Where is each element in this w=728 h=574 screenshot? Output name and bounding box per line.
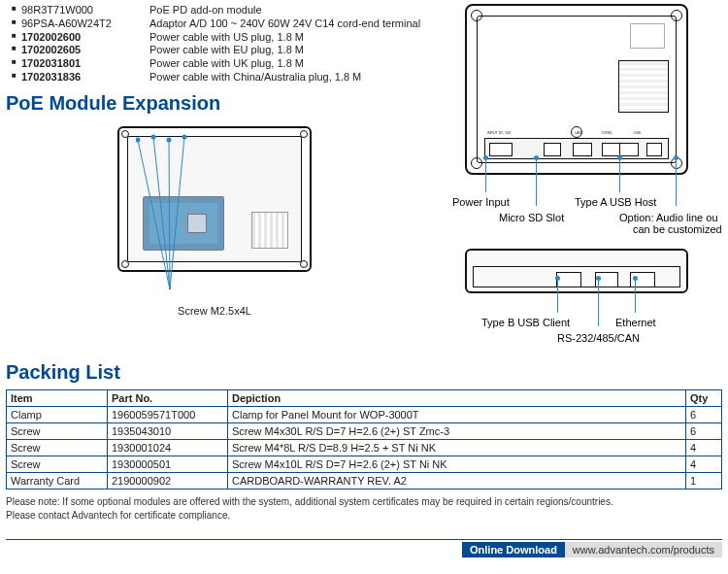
accessory-row: ■1702031836Power cable with China/Austra…: [12, 71, 421, 84]
accessory-list: ■98R3T71W000PoE PD add-on module■96PSA-A…: [6, 4, 421, 84]
table-row: Clamp1960059571T000Clamp for Panel Mount…: [7, 407, 722, 423]
cap-audio-2: can be customized: [633, 223, 722, 235]
accessory-sku: 1702031836: [21, 71, 149, 84]
table-row: Screw1930001024Screw M4*8L R/S D=8.9 H=2…: [7, 440, 722, 456]
cell-qty: 1: [686, 473, 722, 490]
accessory-desc: Power cable with EU plug, 1.8 M: [149, 44, 421, 57]
cap-micro-sd: Micro SD Slot: [499, 212, 564, 223]
th-qty: Qty: [686, 390, 722, 407]
cell-depiction: CARDBOARD-WARRANTY REV. A2: [228, 473, 686, 490]
table-row: Screw1930000501Screw M4x10L R/S D=7 H=2.…: [7, 456, 722, 473]
section-title-packing: Packing List: [6, 361, 722, 384]
th-item: Item: [7, 390, 108, 407]
accessory-sku: 96PSA-A60W24T2: [21, 17, 149, 31]
packing-table: Item Part No. Depiction Qty Clamp1960059…: [6, 389, 722, 490]
cap-serial: RS-232/485/CAN: [557, 332, 640, 344]
table-row: Warranty Card2190000902CARDBOARD-WARRANT…: [7, 473, 722, 490]
th-partno: Part No.: [108, 390, 228, 407]
cell-qty: 4: [686, 440, 722, 456]
online-download-url: www.advantech.com/products: [565, 542, 722, 557]
accessory-row: ■1702002605Power cable with EU plug, 1.8…: [12, 44, 421, 57]
cap-ethernet: Ethernet: [615, 317, 656, 328]
cell-depiction: Screw M4*8L R/S D=8.9 H=2.5 + ST Ni NK: [228, 440, 686, 456]
accessory-row: ■1702002600Power cable with US plug, 1.8…: [12, 31, 421, 45]
poe-screw-label: Screw M2.5x4L: [74, 305, 355, 317]
cell-qty: 4: [686, 456, 722, 473]
bullet-icon: ■: [12, 31, 21, 41]
cell-qty: 6: [686, 423, 722, 440]
cell-item: Warranty Card: [7, 473, 108, 490]
accessory-desc: Power cable with US plug, 1.8 M: [149, 31, 421, 45]
cell-depiction: Screw M4x10L R/S D=7 H=2.6 (2+) ST Ni NK: [228, 456, 686, 473]
cap-usb-host: Type A USB Host: [575, 196, 656, 208]
cell-partno: 1930001024: [108, 440, 228, 456]
cell-qty: 6: [686, 407, 722, 423]
accessory-sku: 1702031801: [21, 57, 149, 71]
cell-item: Screw: [7, 456, 108, 473]
accessory-row: ■96PSA-A60W24T2Adaptor A/D 100 ~ 240V 60…: [12, 17, 421, 31]
bullet-icon: ■: [12, 57, 21, 67]
cell-depiction: Screw M4x30L R/S D=7 H=2.6 (2+) ST Zmc-3: [228, 423, 686, 440]
bullet-icon: ■: [12, 71, 21, 81]
bullet-icon: ■: [12, 4, 21, 14]
accessory-desc: Adaptor A/D 100 ~ 240V 60W 24V C14 cord-…: [149, 17, 421, 31]
accessory-sku: 1702002600: [21, 31, 149, 45]
cell-depiction: Clamp for Panel Mount for WOP-3000T: [228, 407, 686, 423]
rear-diagram: INPUT DC 24V LAN COM1 USB Power Inp: [431, 4, 722, 233]
accessory-sku: 98R3T71W000: [21, 4, 149, 17]
online-download-label: Online Download: [462, 542, 565, 557]
accessory-desc: Power cable with UK plug, 1.8 M: [149, 57, 421, 71]
accessory-row: ■1702031801Power cable with UK plug, 1.8…: [12, 57, 421, 71]
compliance-note: Please note: If some optional modules ar…: [6, 495, 722, 522]
table-row: Screw1935043010Screw M4x30L R/S D=7 H=2.…: [7, 423, 722, 440]
cell-item: Screw: [7, 423, 108, 440]
cell-partno: 1935043010: [108, 423, 228, 440]
cell-item: Screw: [7, 440, 108, 456]
accessory-sku: 1702002605: [21, 44, 149, 57]
footer-bar: Online Download www.advantech.com/produc…: [6, 539, 722, 557]
section-title-poe: PoE Module Expansion: [6, 92, 421, 115]
accessory-desc: Power cable with China/Australia plug, 1…: [149, 71, 421, 84]
cap-audio-1: Option: Audio line ou: [619, 212, 718, 223]
cell-partno: 2190000902: [108, 473, 228, 490]
cell-item: Clamp: [7, 407, 108, 423]
accessory-desc: PoE PD add-on module: [149, 4, 421, 17]
bullet-icon: ■: [12, 44, 21, 53]
front-diagram: Type B USB Client Ethernet RS-232/485/CA…: [431, 249, 722, 355]
cell-partno: 1930000501: [108, 456, 228, 473]
cap-power-input: Power Input: [452, 196, 510, 208]
poe-diagram: Screw M2.5x4L: [74, 120, 355, 322]
cap-usb-client: Type B USB Client: [481, 317, 570, 328]
bullet-icon: ■: [12, 17, 21, 27]
cell-partno: 1960059571T000: [108, 407, 228, 423]
accessory-row: ■98R3T71W000PoE PD add-on module: [12, 4, 421, 17]
th-depiction: Depiction: [228, 390, 686, 407]
